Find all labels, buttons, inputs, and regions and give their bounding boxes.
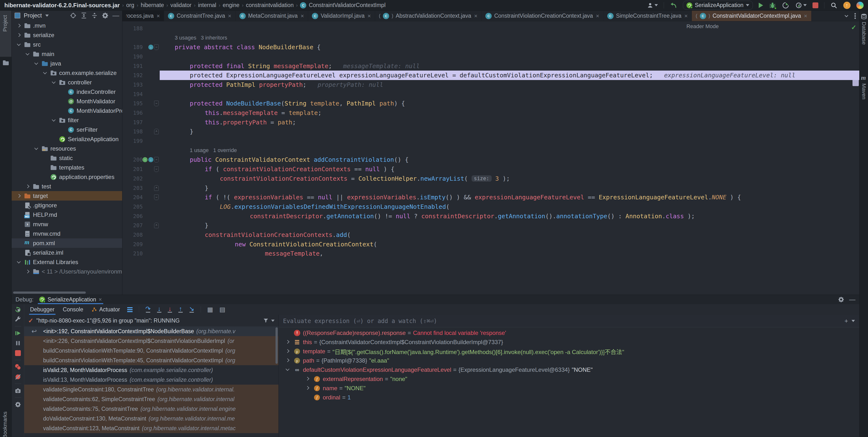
tree-item[interactable]: mvnw.cmd [12,229,122,238]
variable-row[interactable]: name = "NONE" [279,384,859,393]
line-number[interactable]: 202 [122,176,146,182]
variable-row[interactable]: ((ResponseFacade)response).response = Ca… [279,328,859,338]
add-watch-icon[interactable]: + [844,317,848,325]
tree-item[interactable]: External Libraries [12,257,122,267]
collapse-all-icon[interactable] [91,12,98,19]
line-number[interactable]: 188 [122,26,146,31]
fold-marker-icon[interactable]: ^ [154,185,159,191]
tab-actuator[interactable]: Actuator [90,304,121,315]
stop-button[interactable] [14,349,22,357]
variable-row[interactable]: externalRepresentation = "none" [279,374,859,384]
wrench-button[interactable] [14,316,22,323]
line-number[interactable]: 204 [122,194,146,200]
chevron-icon[interactable] [51,79,57,86]
code-line[interactable]: 194 [122,89,859,99]
frame-row[interactable]: validateConstraints:75, ConstraintTree(o… [24,404,278,414]
editor-tab[interactable]: CValidatorImpl.java× [308,11,375,21]
fold-marker-icon[interactable]: − [154,157,159,163]
tab-debugger[interactable]: Debugger [29,304,56,315]
line-number[interactable]: 200 [122,157,146,163]
view-breakpoints-button[interactable] [14,363,22,371]
step-over-icon[interactable]: ↷ [145,306,151,313]
code-line[interactable]: 203^} [122,183,859,193]
usages-hint[interactable]: 3 usages 3 inheritors [175,35,227,41]
database-stripe-label[interactable]: Database [861,22,867,45]
chevron-icon[interactable] [24,51,31,57]
chevron-down-icon[interactable] [851,320,855,322]
tree-item[interactable]: indexController [12,87,122,96]
breadcrumb-item[interactable]: ConstraintValidatorContextImpl [309,2,385,8]
frame-row[interactable]: <init>:226, ConstraintValidatorContextIm… [24,336,278,346]
vcs-update-button[interactable] [670,2,677,9]
gear-icon[interactable] [838,296,844,303]
frame-row[interactable]: buildConstraintViolationWithTemplate:45,… [24,355,278,365]
fold-marker-icon[interactable]: ^ [154,129,159,134]
close-icon[interactable]: × [157,12,160,20]
variable-row[interactable]: path = {PathImpl@7338} "el.aaa" [279,356,859,365]
tree-item[interactable]: filter [12,115,122,125]
line-number[interactable]: 194 [122,91,146,97]
tree-item[interactable]: static [12,153,122,163]
thread-selector[interactable]: ✓ "http-nio-8080-exec-1"@5,926 in group … [24,315,278,326]
line-number[interactable]: 209 [122,241,146,247]
inspections-ok-icon[interactable]: ✓ [851,24,856,31]
breadcrumb-item[interactable]: constraintvalidation [246,2,294,8]
editor-tab[interactable]: CConstraintTree.java× [164,11,236,21]
chevron-icon[interactable] [24,268,31,275]
close-icon[interactable]: × [228,12,231,20]
chevron-icon[interactable] [284,367,291,373]
database-icon[interactable] [861,13,867,20]
chevron-down-icon[interactable] [271,320,275,322]
debug-button[interactable] [769,2,776,9]
profiler-button[interactable] [795,2,807,9]
tree-item[interactable]: < 11 > /Users/tianyou/environme [12,267,122,276]
frame-row[interactable]: isValid:13, MonthValidatorProcess(com.ex… [24,375,278,385]
thread-dump-button[interactable] [14,387,22,395]
frame-row[interactable]: isValid:28, MonthValidatorProcess(com.ex… [24,365,278,375]
more-options-icon[interactable] [855,15,856,17]
implementations-icon[interactable]: ↓ [148,157,153,162]
code-line[interactable]: 200↑↓−public ConstraintValidatorContext … [122,155,859,165]
line-number[interactable]: 201 [122,166,146,172]
frames-scrollbar[interactable] [276,327,278,364]
code-line[interactable]: 206constraintDescriptor.getAnnotation() … [122,211,859,221]
frame-row[interactable]: validateConstraints:62, SimpleConstraint… [24,394,278,404]
gear-icon[interactable] [102,12,108,19]
breadcrumb-item[interactable]: hibernate-validator-6.2.0.Final-sources.… [4,2,120,9]
tree-item[interactable]: serialize.iml [12,248,122,257]
tree-item[interactable]: MonthValidatorProcess [12,106,122,115]
line-number[interactable]: 207 [122,223,146,228]
code-line[interactable]: 193protected PathImpl propertyPath;prope… [122,80,859,89]
line-number[interactable]: 210 [122,251,146,257]
close-icon[interactable]: × [99,296,102,303]
tree-item[interactable]: serialize [12,30,122,40]
fold-marker-icon[interactable]: − [154,195,159,200]
close-icon[interactable]: × [804,12,807,20]
line-number[interactable]: 198 [122,128,146,135]
code-line[interactable]: 191protected final String messageTemplat… [122,61,859,71]
close-icon[interactable]: × [596,12,599,20]
line-number[interactable]: 199 [122,138,146,144]
line-number[interactable]: 208 [122,232,146,238]
fold-marker-icon[interactable]: − [154,45,159,50]
rerun-button[interactable] [14,305,22,313]
tree-item[interactable]: java [12,59,122,68]
reader-mode-button[interactable]: Reader Mode [686,23,719,30]
code-line[interactable]: 210messageTemplate, [122,249,859,259]
chevron-icon[interactable] [16,23,22,29]
editor-tab[interactable]: CSimpleConstraintTree.java× [603,11,692,21]
tree-item[interactable]: .mvn [12,21,122,30]
chevron-icon[interactable] [33,146,39,152]
tree-item[interactable]: SerializeApplication [12,134,122,144]
tree-item[interactable]: src [12,40,122,49]
code-line[interactable]: 1 usage 1 override [122,146,859,155]
tree-item[interactable]: controller [12,78,122,87]
overrides-icon[interactable]: ↑ [143,157,148,162]
code-line[interactable]: 188 [122,24,859,33]
close-icon[interactable]: × [301,12,304,20]
code-line[interactable]: 190 [122,52,859,61]
step-out-icon[interactable]: ↑ [178,306,183,313]
breadcrumb-item[interactable]: org [126,2,134,8]
chevron-icon[interactable] [16,32,22,38]
force-step-into-icon[interactable]: ↓ [168,306,172,313]
